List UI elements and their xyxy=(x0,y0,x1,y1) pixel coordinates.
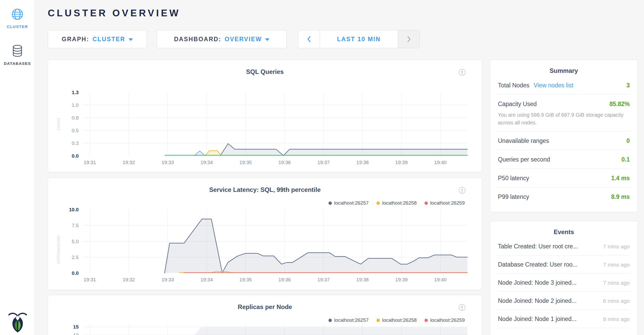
event-timestamp: 8 mins ago xyxy=(603,298,630,304)
summary-value: 0.1 xyxy=(621,156,630,163)
y-tick-label: 15 xyxy=(73,324,79,330)
event-row: Table Created: User root cre...7 mins ag… xyxy=(498,237,630,255)
time-range-picker: LAST 10 MIN xyxy=(298,30,420,48)
y-tick-label: 0.3 xyxy=(72,141,79,146)
events-title: Events xyxy=(490,228,638,236)
graph-dropdown-label: GRAPH: xyxy=(62,36,89,43)
summary-title: Summary xyxy=(490,67,638,74)
summary-row: Unavailable ranges0 xyxy=(498,131,630,150)
view-nodes-list-link[interactable]: View nodes list xyxy=(533,82,573,89)
event-text: Node Joined: Node 3 joined... xyxy=(498,279,577,286)
replicas-per-node-plot[interactable]: 19:3119:3219:3319:3419:3519:3619:3719:38… xyxy=(48,295,482,335)
summary-panel: Summary Total Nodes View nodes list 3 Ca… xyxy=(490,60,638,212)
summary-label: Queries per second xyxy=(498,156,550,163)
event-row: Database Created: User roo...7 mins ago xyxy=(498,255,630,274)
graph-dropdown[interactable]: GRAPH: CLUSTER xyxy=(48,30,147,48)
event-row: Node Joined: Node 1 joined...8 mins ago xyxy=(498,310,630,328)
summary-label: Total Nodes xyxy=(498,82,529,89)
sidebar-item-databases[interactable]: DATABASES xyxy=(0,45,35,66)
y-tick-label: 2.5 xyxy=(72,255,79,260)
y-tick-label: 0.0 xyxy=(72,153,79,159)
sidebar-item-cluster[interactable]: CLUSTER xyxy=(0,8,35,29)
x-tick-label: 19:37 xyxy=(317,277,330,282)
chevron-down-icon xyxy=(129,38,133,41)
x-tick-label: 19:35 xyxy=(239,277,252,282)
summary-row: Queries per second0.1 xyxy=(498,150,630,169)
x-tick-label: 19:31 xyxy=(84,160,96,165)
summary-label: P50 latency xyxy=(498,175,529,182)
summary-value: 3 xyxy=(626,82,630,89)
event-timestamp: 8 mins ago xyxy=(603,316,630,322)
summary-row: P99 latency8.9 ms xyxy=(498,187,630,206)
y-tick-label: 1.0 xyxy=(72,102,79,108)
cockroach-logo-icon xyxy=(8,312,27,333)
y-tick-label: 0.0 xyxy=(72,270,79,276)
event-timestamp: 7 mins ago xyxy=(603,262,630,268)
chart-card-service-latency: Service Latency: SQL, 99th percentile lo… xyxy=(48,178,482,290)
summary-value: 85.82% xyxy=(609,101,630,108)
x-tick-label: 19:32 xyxy=(122,277,135,282)
time-range-value[interactable]: LAST 10 MIN xyxy=(320,30,398,48)
event-text: Database Created: User roo... xyxy=(498,261,578,268)
page-title: CLUSTER OVERVIEW xyxy=(48,8,181,19)
event-text: Table Created: User root cre... xyxy=(498,243,578,250)
events-panel: Events Table Created: User root cre...7 … xyxy=(490,221,638,335)
graph-dropdown-value: CLUSTER xyxy=(93,36,125,43)
series-area xyxy=(165,219,467,273)
event-timestamp: 7 mins ago xyxy=(603,243,630,250)
x-tick-label: 19:36 xyxy=(278,160,291,165)
y-tick-label: 10 xyxy=(73,332,79,335)
x-tick-label: 19:40 xyxy=(434,160,447,165)
globe-icon xyxy=(11,8,24,21)
summary-value: 0 xyxy=(626,137,630,144)
summary-value: 1.4 ms xyxy=(611,175,630,182)
x-tick-label: 19:36 xyxy=(278,277,291,282)
event-row: Node Joined: Node 3 joined...7 mins ago xyxy=(498,274,630,292)
event-row: Node Joined: Node 2 joined...8 mins ago xyxy=(498,292,630,310)
event-text: Node Joined: Node 2 joined... xyxy=(498,297,577,304)
event-text: Node Joined: Node 1 joined... xyxy=(498,316,577,323)
chevron-left-icon xyxy=(307,36,311,43)
x-tick-label: 19:40 xyxy=(434,277,447,282)
x-tick-label: 19:34 xyxy=(201,277,213,282)
chart-card-sql-queries: SQL Queries count 19:3119:3219:3319:3419… xyxy=(48,60,482,172)
dashboard-dropdown-value: OVERVIEW xyxy=(225,36,262,43)
x-tick-label: 19:35 xyxy=(239,160,252,165)
sidebar: CLUSTER DATABASES xyxy=(0,0,35,335)
summary-row: P50 latency1.4 ms xyxy=(498,169,630,187)
y-tick-label: 7.5 xyxy=(72,223,79,228)
x-tick-label: 19:33 xyxy=(162,277,174,282)
chevron-down-icon xyxy=(265,38,269,41)
dashboard-dropdown-label: DASHBOARD: xyxy=(174,36,221,43)
event-timestamp: 7 mins ago xyxy=(603,280,630,286)
summary-value: 8.9 ms xyxy=(611,193,630,200)
time-prev-button[interactable] xyxy=(298,30,320,48)
y-tick-label: 0.8 xyxy=(72,115,79,121)
summary-row-total-nodes: Total Nodes View nodes list 3 xyxy=(498,76,630,95)
x-tick-label: 19:39 xyxy=(395,160,408,165)
y-tick-label: 0.5 xyxy=(72,128,79,133)
x-tick-label: 19:33 xyxy=(162,160,174,165)
cluster-overview-page: { "sidebar": { "items": [ { "label": "CL… xyxy=(0,0,644,335)
x-tick-label: 19:39 xyxy=(395,277,408,282)
capacity-description: You are using 598.9 GiB of 697.9 GiB sto… xyxy=(498,109,630,131)
summary-label: Unavailable ranges xyxy=(498,137,549,144)
x-tick-label: 19:38 xyxy=(356,160,369,165)
series-area xyxy=(220,144,467,156)
sql-queries-plot[interactable]: 19:3119:3219:3319:3419:3519:3619:3719:38… xyxy=(48,60,482,172)
y-tick-label: 10.0 xyxy=(69,207,79,212)
x-tick-label: 19:31 xyxy=(84,277,96,282)
service-latency-plot[interactable]: 19:3119:3219:3319:3419:3519:3619:3719:38… xyxy=(48,178,482,290)
database-icon xyxy=(11,45,23,58)
x-tick-label: 19:34 xyxy=(201,160,213,165)
y-tick-label: 5.0 xyxy=(72,239,79,244)
chevron-right-icon xyxy=(407,36,411,43)
dashboard-dropdown[interactable]: DASHBOARD: OVERVIEW xyxy=(157,30,287,48)
y-tick-label: 1.3 xyxy=(72,90,79,95)
sidebar-item-label: CLUSTER xyxy=(0,24,35,29)
summary-label: Capacity Used xyxy=(498,101,537,108)
sidebar-item-label: DATABASES xyxy=(0,61,35,66)
x-tick-label: 19:37 xyxy=(317,160,330,165)
x-tick-label: 19:38 xyxy=(356,277,369,282)
time-next-button[interactable] xyxy=(398,30,420,48)
